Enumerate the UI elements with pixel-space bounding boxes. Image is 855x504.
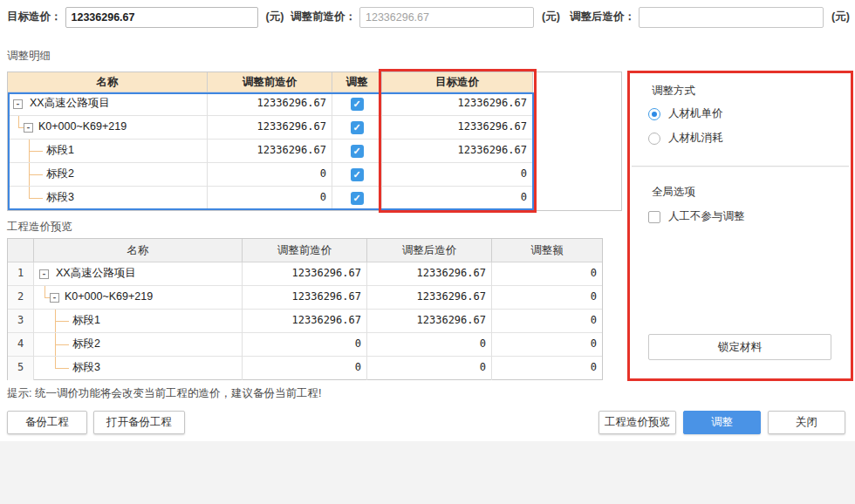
delta-cell: 0	[492, 310, 602, 333]
before-cost-input[interactable]	[359, 7, 534, 28]
column-header	[8, 239, 34, 262]
target-cost-cell[interactable]: 12336296.67	[382, 92, 533, 116]
name-cell: 标段2	[34, 333, 243, 357]
radio-consumption-label: 人材机消耗	[668, 131, 723, 146]
target-cost-unit: (元)	[266, 10, 284, 24]
target-cost-cell[interactable]: 12336296.67	[382, 140, 533, 163]
column-header: 调整后造价	[367, 239, 492, 262]
row-number-cell: 3	[8, 310, 34, 333]
tree-connector	[18, 116, 19, 127]
labor-exclude-checkbox[interactable]: 人工不参与调整	[648, 209, 745, 224]
before-cost-cell: 0	[243, 333, 367, 357]
name-cell: 标段3	[8, 187, 208, 210]
target-cost-input[interactable]	[65, 7, 258, 28]
table-row[interactable]: -K0+000~K69+21912336296.67✓12336296.67	[8, 116, 621, 140]
tree-node-label: K0+000~K69+219	[65, 286, 153, 308]
before-cost-cell: 12336296.67	[243, 262, 367, 286]
adjust-checkbox[interactable]: ✓	[351, 98, 364, 111]
radio-selected-icon	[648, 108, 660, 120]
radio-unit-price-option[interactable]: 人材机单价	[648, 106, 723, 121]
name-cell: 标段3	[34, 357, 243, 380]
delta-cell: 0	[492, 333, 602, 357]
radio-consumption-option[interactable]: 人材机消耗	[648, 131, 723, 146]
row-number-cell: 2	[8, 286, 34, 310]
table-row[interactable]: 1-XX高速公路项目12336296.6712336296.670	[8, 262, 602, 286]
adjust-checkbox[interactable]: ✓	[351, 145, 364, 158]
unified-price-adjust-dialog: 目标造价： (元) 调整前造价： (元) 调整后造价： (元) 调整明细 工程造…	[0, 0, 855, 504]
tree-node-label: 标段2	[72, 333, 100, 355]
tree-expand-toggle[interactable]: -	[24, 123, 33, 133]
column-header: 名称	[8, 72, 208, 92]
adjust-options-panel: 调整方式 人材机单价 人材机消耗 全局选项 人工不参与调整 锁定材料	[630, 73, 851, 378]
adjust-cell: ✓	[332, 187, 382, 210]
name-cell: -XX高速公路项目	[8, 92, 208, 116]
project-cost-preview-button[interactable]: 工程造价预览	[598, 411, 676, 434]
tree-node-label: K0+000~K69+219	[38, 116, 127, 138]
row-number-cell: 5	[8, 357, 34, 380]
tree-connector	[29, 187, 30, 198]
name-cell: 标段1	[8, 140, 208, 163]
after-cost-input[interactable]	[639, 7, 824, 28]
before-cost-cell: 12336296.67	[243, 310, 367, 333]
delta-cell: 0	[492, 357, 602, 380]
adjust-cell: ✓	[332, 92, 382, 116]
column-header: 调整前造价	[208, 72, 332, 92]
adjust-checkbox[interactable]: ✓	[351, 168, 364, 181]
tree-connector	[29, 151, 43, 152]
table-row[interactable]: 标段20✓0	[8, 163, 621, 187]
target-cost-cell[interactable]: 0	[382, 163, 533, 187]
column-header: 目标造价	[382, 72, 533, 92]
adjust-checkbox[interactable]: ✓	[351, 192, 364, 205]
radio-unit-price-label: 人材机单价	[668, 106, 723, 121]
table-row[interactable]: 4标段2000	[8, 333, 602, 357]
tree-node-label: 标段3	[72, 357, 100, 378]
before-cost-cell: 12336296.67	[208, 92, 332, 116]
after-cost-cell: 0	[367, 357, 492, 380]
column-header: 调整额	[492, 239, 602, 262]
table-row[interactable]: 5标段3000	[8, 357, 602, 380]
row-filler	[533, 187, 621, 210]
before-cost-cell: 0	[243, 357, 367, 380]
table-row[interactable]: 标段30✓0	[8, 187, 621, 210]
before-cost-field-group: 调整前造价： (元)	[291, 6, 560, 28]
row-filler	[533, 92, 621, 116]
before-cost-cell: 12336296.67	[208, 140, 332, 163]
name-cell: -XX高速公路项目	[34, 262, 243, 286]
tree-expand-toggle[interactable]: -	[39, 269, 49, 279]
row-number-cell: 4	[8, 333, 34, 357]
tree-expand-toggle[interactable]: -	[50, 293, 59, 303]
backup-project-button[interactable]: 备份工程	[7, 411, 87, 434]
tree-connector	[44, 286, 45, 297]
table-row[interactable]: 标段112336296.67✓12336296.67	[8, 140, 621, 163]
tree-expand-toggle[interactable]: -	[13, 99, 23, 109]
table-row[interactable]: 3标段112336296.6712336296.670	[8, 310, 602, 333]
lock-materials-button[interactable]: 锁定材料	[648, 334, 831, 360]
adjust-method-label: 调整方式	[652, 84, 695, 99]
table-row[interactable]: 2-K0+000~K69+21912336296.6712336296.670	[8, 286, 602, 310]
tree-connector	[29, 198, 43, 199]
before-cost-cell: 12336296.67	[208, 116, 332, 140]
preview-header-row: 名称调整前造价调整后造价调整额	[8, 239, 602, 262]
adjust-detail-table: 名称调整前造价调整目标造价-XX高速公路项目12336296.67✓123362…	[7, 72, 622, 211]
delta-cell: 0	[492, 286, 602, 310]
after-cost-unit: (元)	[831, 10, 850, 24]
radio-unselected-icon	[648, 133, 660, 145]
after-cost-cell: 12336296.67	[367, 310, 492, 333]
tree-node-label: 标段1	[72, 310, 100, 331]
adjust-cell: ✓	[332, 140, 382, 163]
open-backup-project-button[interactable]: 打开备份工程	[93, 411, 185, 434]
preview-table: 名称调整前造价调整后造价调整额1-XX高速公路项目12336296.671233…	[7, 238, 603, 380]
table-row[interactable]: -XX高速公路项目12336296.67✓12336296.67	[8, 92, 621, 116]
after-cost-cell: 12336296.67	[367, 286, 492, 310]
row-filler	[533, 163, 621, 187]
before-cost-cell: 0	[208, 187, 332, 210]
adjust-checkbox[interactable]: ✓	[351, 121, 364, 134]
before-cost-label: 调整前造价：	[291, 10, 356, 24]
labor-exclude-label: 人工不参与调整	[668, 209, 745, 224]
adjust-button[interactable]: 调整	[683, 411, 761, 434]
after-cost-cell: 12336296.67	[367, 262, 492, 286]
close-button[interactable]: 关闭	[768, 411, 845, 434]
row-filler	[533, 140, 621, 163]
target-cost-cell[interactable]: 12336296.67	[382, 116, 533, 140]
target-cost-cell[interactable]: 0	[382, 187, 533, 210]
